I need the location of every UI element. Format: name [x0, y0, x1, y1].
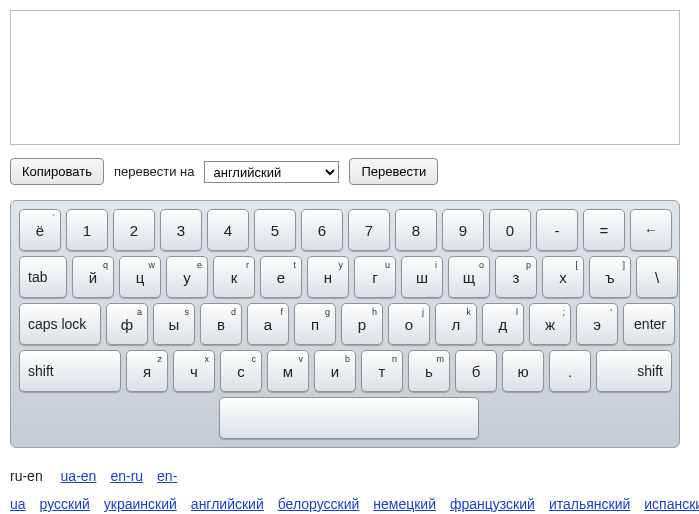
key-sub-label: p — [526, 260, 531, 270]
key-sub-label: ; — [562, 307, 565, 317]
key-6[interactable]: 6 — [301, 209, 343, 251]
lang-link-немецкий[interactable]: немецкий — [373, 496, 436, 512]
key-9[interactable]: 9 — [442, 209, 484, 251]
key-щ[interactable]: щo — [448, 256, 490, 298]
controls-row: Копировать перевести на английский Перев… — [10, 158, 689, 185]
key--[interactable]: - — [536, 209, 578, 251]
key-ё[interactable]: ё` — [19, 209, 61, 251]
key-ж[interactable]: ж; — [529, 303, 571, 345]
key-sub-label: u — [385, 260, 390, 270]
key-sub-label: r — [246, 260, 249, 270]
tab-key[interactable]: tab — [19, 256, 67, 298]
virtual-keyboard: ё`1234567890-=← tabйqцwуeкrеtнyгuшiщoзpх… — [10, 200, 680, 448]
left-shift-key[interactable]: shift — [19, 350, 121, 392]
key-з[interactable]: зp — [495, 256, 537, 298]
language-select[interactable]: английский — [204, 161, 339, 183]
key-й[interactable]: йq — [72, 256, 114, 298]
lang-link-испанский[interactable]: испанский — [644, 496, 699, 512]
key-с[interactable]: сc — [220, 350, 262, 392]
key-о[interactable]: оj — [388, 303, 430, 345]
key-sub-label: l — [516, 307, 518, 317]
enter-key[interactable]: enter — [623, 303, 675, 345]
lang-link-французский[interactable]: французский — [450, 496, 535, 512]
key-а[interactable]: аf — [247, 303, 289, 345]
key-7[interactable]: 7 — [348, 209, 390, 251]
key-sub-label: e — [197, 260, 202, 270]
key-sub-label: h — [372, 307, 377, 317]
key-\[interactable]: \ — [636, 256, 678, 298]
capslock-key[interactable]: caps lock — [19, 303, 101, 345]
key-э[interactable]: э' — [576, 303, 618, 345]
key-м[interactable]: мv — [267, 350, 309, 392]
key-sub-label: g — [325, 307, 330, 317]
key-ш[interactable]: шi — [401, 256, 443, 298]
key-sub-label: ` — [52, 213, 55, 223]
key-ъ[interactable]: ъ] — [589, 256, 631, 298]
key-sub-label: y — [339, 260, 344, 270]
key-р[interactable]: рh — [341, 303, 383, 345]
key-sub-label: a — [137, 307, 142, 317]
key-sub-label: z — [158, 354, 163, 364]
key-т[interactable]: тn — [361, 350, 403, 392]
key-2[interactable]: 2 — [113, 209, 155, 251]
key-8[interactable]: 8 — [395, 209, 437, 251]
lang-link-английский[interactable]: английский — [191, 496, 264, 512]
lang-link-украинский[interactable]: украинский — [104, 496, 177, 512]
key-0[interactable]: 0 — [489, 209, 531, 251]
key-л[interactable]: лk — [435, 303, 477, 345]
key-ч[interactable]: чx — [173, 350, 215, 392]
key-в[interactable]: вd — [200, 303, 242, 345]
key-sub-label: w — [149, 260, 156, 270]
key-к[interactable]: кr — [213, 256, 255, 298]
key-п[interactable]: пg — [294, 303, 336, 345]
translate-button[interactable]: Перевести — [349, 158, 438, 185]
key-д[interactable]: дl — [482, 303, 524, 345]
key-sub-label: j — [422, 307, 424, 317]
key-sub-label: n — [392, 354, 397, 364]
key-х[interactable]: х[ — [542, 256, 584, 298]
translate-to-label: перевести на — [114, 164, 194, 179]
key-е[interactable]: еt — [260, 256, 302, 298]
lang-link-белорусский[interactable]: белорусский — [278, 496, 360, 512]
key-sub-label: k — [467, 307, 472, 317]
key-ь[interactable]: ьm — [408, 350, 450, 392]
copy-button[interactable]: Копировать — [10, 158, 104, 185]
key-г[interactable]: гu — [354, 256, 396, 298]
key-и[interactable]: иb — [314, 350, 356, 392]
key-=[interactable]: = — [583, 209, 625, 251]
key-sub-label: q — [103, 260, 108, 270]
key-sub-label: s — [185, 307, 190, 317]
language-links: ru-en ua-enen-ruen-uaрусскийукраинскийан… — [10, 462, 680, 514]
key-sub-label: v — [299, 354, 304, 364]
lang-link-en-ru[interactable]: en-ru — [110, 468, 143, 484]
key-ц[interactable]: цw — [119, 256, 161, 298]
key-я[interactable]: яz — [126, 350, 168, 392]
key-ы[interactable]: ыs — [153, 303, 195, 345]
key-sub-label: ] — [622, 260, 625, 270]
key-1[interactable]: 1 — [66, 209, 108, 251]
key-5[interactable]: 5 — [254, 209, 296, 251]
key-3[interactable]: 3 — [160, 209, 202, 251]
key-sub-label: b — [345, 354, 350, 364]
lang-link-ua-en[interactable]: ua-en — [61, 468, 97, 484]
key-sub-label: [ — [575, 260, 578, 270]
key-ю[interactable]: ю — [502, 350, 544, 392]
lang-link-русский[interactable]: русский — [40, 496, 90, 512]
key-.[interactable]: . — [549, 350, 591, 392]
key-4[interactable]: 4 — [207, 209, 249, 251]
backspace-key[interactable]: ← — [630, 209, 672, 251]
key-sub-label: ' — [610, 307, 612, 317]
lang-link-итальянский[interactable]: итальянский — [549, 496, 630, 512]
key-sub-label: f — [280, 307, 283, 317]
right-shift-key[interactable]: shift — [596, 350, 672, 392]
text-input[interactable] — [10, 10, 680, 145]
key-б[interactable]: б — [455, 350, 497, 392]
key-н[interactable]: нy — [307, 256, 349, 298]
key-sub-label: t — [293, 260, 296, 270]
key-sub-label: c — [252, 354, 257, 364]
key-ф[interactable]: фa — [106, 303, 148, 345]
key-sub-label: o — [479, 260, 484, 270]
key-у[interactable]: уe — [166, 256, 208, 298]
key-sub-label: m — [437, 354, 445, 364]
space-key[interactable] — [219, 397, 479, 439]
